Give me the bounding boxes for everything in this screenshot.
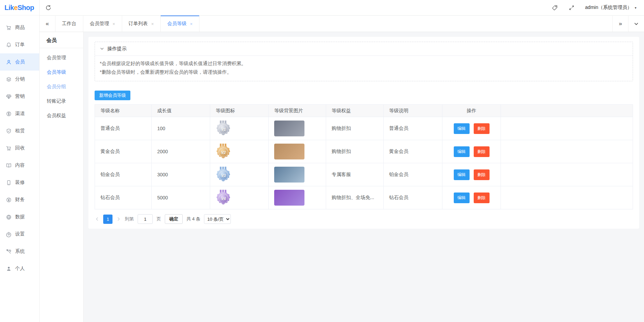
level-bg-image [274, 190, 304, 206]
delete-button[interactable]: 删除 [474, 123, 490, 134]
tabs-collapse-button[interactable]: « [40, 16, 55, 32]
actions-cell: 编辑删除 [442, 140, 501, 163]
tab[interactable]: 工作台 [55, 16, 83, 32]
level-bg-image [274, 167, 304, 183]
tag-icon[interactable] [551, 4, 558, 11]
sidebar-item-book[interactable]: 内容 [0, 157, 39, 174]
bg-image-cell [269, 140, 326, 163]
phone-icon [6, 180, 12, 186]
tab[interactable]: 会员等级 × [161, 16, 200, 32]
main-sidebar: LikeShop 商品 订单 会员 分销 营销 渠道 租赁 回收 内容 装修 [0, 0, 40, 322]
tab-close-icon[interactable]: × [151, 22, 154, 26]
sidebar-item-layers[interactable]: 分销 [0, 71, 39, 88]
edit-button[interactable]: 编辑 [454, 193, 470, 203]
desc-cell: 普通会员 [384, 117, 442, 140]
sidebar-item-phone[interactable]: 装修 [0, 174, 39, 191]
sidebar-item-cart[interactable]: 商品 [0, 19, 39, 36]
submenu-item[interactable]: 转账记录 [40, 94, 83, 108]
chevron-right-icon[interactable] [116, 217, 121, 221]
delete-button[interactable]: 删除 [474, 193, 490, 203]
edit-button[interactable]: 编辑 [454, 169, 470, 180]
sidebar-item-diamond[interactable]: 营销 [0, 88, 39, 105]
dollar-coin-icon [6, 111, 12, 117]
tabs: 工作台 会员管理 × 订单列表 × 会员等级 × [55, 16, 200, 32]
sidebar-item-globe[interactable]: 数据 [0, 208, 39, 226]
brand-logo-part2: Shop [18, 4, 34, 12]
chevron-down-icon [634, 21, 639, 27]
tabbar: « 工作台 会员管理 × 订单列表 × 会员等级 × » [40, 16, 644, 32]
desc-cell: 铂金会员 [384, 163, 442, 186]
bell-icon [6, 42, 12, 48]
goto-page-input[interactable] [138, 214, 153, 224]
tips-body: *会员根据设定好的等级成长值升级，等级成长值通过日常消费积累。 *删除会员等级时… [95, 55, 633, 81]
fullscreen-icon[interactable] [568, 4, 575, 11]
level-medal-icon: V1 [216, 120, 231, 137]
page-label: 页 [157, 216, 161, 222]
level-name-cell: 普通会员 [95, 117, 152, 140]
col-bg-image: 等级背景图片 [269, 105, 326, 117]
page-size-select[interactable]: 10 条/页 [204, 214, 231, 224]
edit-button[interactable]: 编辑 [454, 146, 470, 157]
submenu-sidebar: 会员 会员管理 会员等级 会员分组 转账记录 会员权益 [40, 32, 84, 322]
refresh-icon[interactable] [45, 4, 52, 11]
topbar: admin（系统管理员） ▾ [40, 0, 644, 15]
user-menu[interactable]: admin（系统管理员） ▾ [585, 4, 636, 11]
main-content: 操作提示 *会员根据设定好的等级成长值升级，等级成长值通过日常消费积累。 *删除… [84, 32, 644, 322]
sidebar-item-cart[interactable]: 回收 [0, 139, 39, 157]
sidebar-item-user[interactable]: 会员 [0, 53, 39, 71]
globe-icon [6, 214, 12, 220]
sidebar-item-label: 数据 [15, 214, 25, 220]
chevron-left-icon[interactable] [95, 217, 99, 221]
cart-icon [6, 25, 12, 31]
submenu-item[interactable]: 会员等级 [40, 65, 83, 79]
sidebar-item-tools[interactable]: 系统 [0, 243, 39, 260]
layers-icon [6, 76, 12, 82]
user-name: admin（系统管理员） [585, 4, 632, 11]
add-level-button[interactable]: 新增会员等级 [95, 91, 130, 100]
col-filler [501, 105, 633, 117]
delete-button[interactable]: 删除 [474, 146, 490, 157]
delete-button[interactable]: 删除 [474, 169, 490, 180]
content-card: 操作提示 *会员根据设定好的等级成长值升级，等级成长值通过日常消费积累。 *删除… [88, 37, 639, 229]
tips-header[interactable]: 操作提示 [95, 42, 633, 55]
submenu-item[interactable]: 会员管理 [40, 50, 83, 65]
chevron-down-icon [100, 46, 104, 51]
desc-cell: 黄金会员 [384, 140, 442, 163]
rights-cell: 购物折扣 [326, 140, 384, 163]
tab-close-icon[interactable]: × [112, 22, 115, 26]
tab-close-icon[interactable]: × [190, 22, 193, 26]
sidebar-item-label: 商品 [15, 24, 25, 31]
col-growth: 成长值 [152, 105, 210, 117]
filler-cell [501, 117, 633, 140]
sidebar-item-person-fill[interactable]: 个人 [0, 260, 39, 277]
tab[interactable]: 订单列表 × [122, 16, 161, 32]
sidebar-item-dollar-coin[interactable]: 渠道 [0, 105, 39, 122]
sidebar-item-shield-check[interactable]: 租赁 [0, 122, 39, 139]
user-icon [6, 59, 12, 65]
submenu-item[interactable]: 会员权益 [40, 108, 83, 123]
sidebar-item-gear[interactable]: 设置 [0, 226, 39, 243]
submenu-item[interactable]: 会员分组 [40, 79, 83, 94]
actions-cell: 编辑删除 [442, 186, 501, 209]
tabs-expand-button[interactable]: » [612, 16, 628, 32]
book-icon [6, 163, 12, 168]
submenu-list: 会员管理 会员等级 会员分组 转账记录 会员权益 [40, 50, 83, 123]
sidebar-item-yen-coin[interactable]: 财务 [0, 191, 39, 208]
level-icon-cell: V1 [210, 117, 269, 140]
sidebar-item-label: 营销 [15, 93, 25, 100]
col-rights: 等级权益 [326, 105, 384, 117]
level-bg-image [274, 144, 304, 159]
edit-button[interactable]: 编辑 [454, 123, 470, 134]
confirm-button[interactable]: 确定 [165, 214, 183, 224]
tools-icon [6, 249, 12, 255]
sidebar-item-bell[interactable]: 订单 [0, 36, 39, 53]
sidebar-item-label: 租赁 [15, 128, 25, 134]
sidebar-item-label: 订单 [15, 42, 25, 48]
tab[interactable]: 会员管理 × [83, 16, 122, 32]
tips-title: 操作提示 [107, 46, 127, 52]
table-row: 钻石会员 5000 V4 购物折扣、全场免... 钻石会员 编辑删除 [95, 186, 633, 209]
page-number-button[interactable]: 1 [103, 215, 112, 224]
tips-panel: 操作提示 *会员根据设定好的等级成长值升级，等级成长值通过日常消费积累。 *删除… [95, 42, 633, 81]
brand-logo[interactable]: LikeShop [0, 0, 39, 15]
tabs-dropdown-button[interactable] [628, 16, 644, 32]
